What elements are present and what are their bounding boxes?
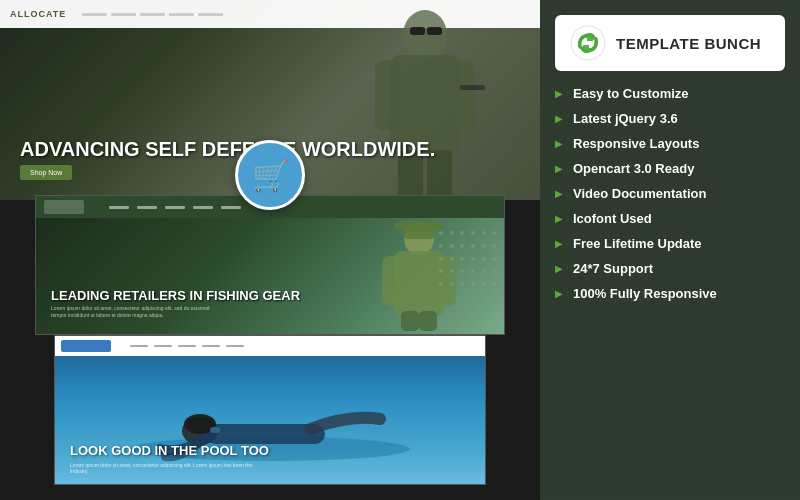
dot-pattern [439,231,499,291]
arrow-icon-customize: ▶ [555,88,563,99]
arrow-icon-responsive: ▶ [555,138,563,149]
arrow-icon-video: ▶ [555,188,563,199]
arrow-icon-icofont: ▶ [555,213,563,224]
military-svg [360,5,490,200]
svg-rect-8 [460,85,485,90]
nav-item-3 [140,13,165,16]
feature-label-customize: Easy to Customize [573,86,689,101]
mid-nav-3 [165,206,185,209]
nav-item-5 [198,13,223,16]
arrow-icon-opencart: ▶ [555,163,563,174]
feature-item-fully-responsive: ▶ 100% Fully Responsive [555,286,785,301]
feature-label-lifetime: Free Lifetime Update [573,236,702,251]
arrow-icon-support: ▶ [555,263,563,274]
nav-item-1 [82,13,107,16]
feature-label-support: 24*7 Support [573,261,653,276]
preview-bot: LOOK GOOD IN THE POOL TOO Lorem ipsum do… [54,335,486,485]
bot-logo [61,340,111,352]
feature-item-responsive: ▶ Responsive Layouts [555,136,785,151]
svg-rect-3 [450,60,475,130]
bot-nav [130,345,244,347]
feature-label-fully-responsive: 100% Fully Responsive [573,286,717,301]
arrow-icon-lifetime: ▶ [555,238,563,249]
feature-label-video: Video Documentation [573,186,706,201]
bot-sub-text: Lorem ipsum dolor sit amet, consectetur … [70,462,270,474]
arrow-icon-fully-responsive: ▶ [555,288,563,299]
mid-logo [44,200,84,214]
brand-name: TEMPLATE BUNCH [616,35,761,52]
feature-item-customize: ▶ Easy to Customize [555,86,785,101]
top-hero-text: ADVANCING SELF DEFENSE WORLDWIDE. [20,138,435,160]
bot-nav-4 [202,345,220,347]
right-panel: TEMPLATE BUNCH ▶ Easy to Customize ▶ Lat… [540,0,800,500]
bot-nav-3 [178,345,196,347]
bot-nav-1 [130,345,148,347]
mid-nav-2 [137,206,157,209]
mid-sub-text: Lorem ipsum dolor sit amet, consectetur … [51,305,211,319]
svg-rect-6 [410,27,425,35]
mid-nav-1 [109,206,129,209]
bot-header [55,336,485,356]
svg-rect-16 [404,224,434,239]
svg-rect-14 [419,311,437,331]
tb-logo-icon [570,25,606,61]
brand-area: TEMPLATE BUNCH [555,15,785,71]
cart-icon: 🛒 [252,158,289,193]
feature-item-jquery: ▶ Latest jQuery 3.6 [555,111,785,126]
mid-hero-text: LEADING RETAILERS IN FISHING GEAR [51,288,300,304]
feature-item-lifetime: ▶ Free Lifetime Update [555,236,785,251]
svg-rect-11 [382,256,400,306]
svg-rect-10 [394,251,444,316]
top-logo: ALLOCATE [10,9,66,19]
svg-point-23 [571,26,605,60]
features-list: ▶ Easy to Customize ▶ Latest jQuery 3.6 … [555,86,785,301]
svg-rect-13 [401,311,419,331]
feature-item-icofont: ▶ Icofont Used [555,211,785,226]
svg-rect-7 [427,27,442,35]
left-panel: ALLOCATE [0,0,540,500]
feature-label-responsive: Responsive Layouts [573,136,699,151]
cart-circle[interactable]: 🛒 [235,140,305,210]
feature-label-opencart: Opencart 3.0 Ready [573,161,694,176]
nav-item-2 [111,13,136,16]
svg-rect-22 [210,427,220,433]
bot-nav-2 [154,345,172,347]
mid-nav-5 [221,206,241,209]
top-nav [82,13,223,16]
nav-item-4 [169,13,194,16]
top-hero-btn[interactable]: Shop Now [20,165,72,180]
arrow-icon-jquery: ▶ [555,113,563,124]
feature-label-icofont: Icofont Used [573,211,652,226]
feature-label-jquery: Latest jQuery 3.6 [573,111,678,126]
bot-hero-text: LOOK GOOD IN THE POOL TOO [70,443,269,459]
mid-nav-4 [193,206,213,209]
preview-mid: LEADING RETAILERS IN FISHING GEAR Lorem … [35,195,505,335]
bot-nav-5 [226,345,244,347]
svg-point-0 [403,10,447,60]
mid-nav [109,206,241,209]
feature-item-video: ▶ Video Documentation [555,186,785,201]
feature-item-support: ▶ 24*7 Support [555,261,785,276]
military-figure [360,5,490,200]
feature-item-opencart: ▶ Opencart 3.0 Ready [555,161,785,176]
svg-rect-2 [375,60,400,130]
